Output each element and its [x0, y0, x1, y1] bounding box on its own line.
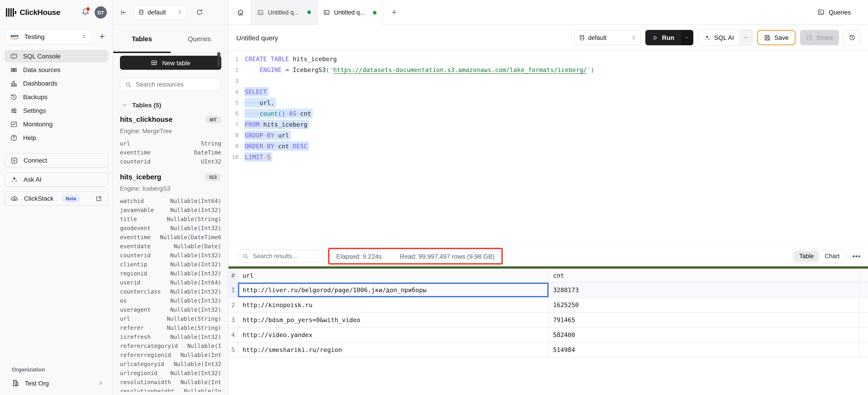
tab-queries[interactable]: Queries: [170, 25, 228, 53]
header-cnt[interactable]: cnt: [549, 269, 859, 282]
column-name: userid: [120, 278, 140, 287]
column-type: Nullable(String): [167, 323, 221, 333]
results-more-button[interactable]: •••: [852, 252, 861, 260]
editor-line-8[interactable]: 8GROUP·BY·url: [228, 130, 868, 140]
column-type: Nullable(I: [187, 342, 221, 350]
sidebar-item-settings[interactable]: Settings: [4, 104, 108, 117]
add-workspace-button[interactable]: [96, 31, 108, 43]
share-button[interactable]: Share: [800, 30, 839, 45]
line-number: 7: [228, 121, 239, 128]
column-row: eventdateNullable(Date): [120, 242, 221, 251]
notifications-button[interactable]: [82, 8, 90, 17]
search-results-input[interactable]: [252, 252, 319, 260]
url-cell[interactable]: http://liver.ru/belgorod/page/1006.jки/д…: [238, 283, 549, 297]
editor-line-6[interactable]: 6····count()·AS·cnt: [228, 108, 868, 119]
notification-dot: [86, 7, 90, 11]
url-cell[interactable]: http://kinopoisk.ru: [238, 298, 549, 312]
column-name: urlcategoryid: [120, 360, 164, 369]
url-cell[interactable]: http://video.yandex: [238, 328, 549, 342]
table-name-row[interactable]: hits_clickhouseMT: [120, 115, 221, 124]
cnt-cell[interactable]: 1625250: [549, 298, 859, 312]
avatar[interactable]: DT: [95, 6, 107, 19]
home-button[interactable]: [228, 0, 251, 25]
result-row-1[interactable]: 1http://liver.ru/belgorod/page/1006.jки/…: [228, 283, 868, 298]
toggle-table[interactable]: Table: [794, 251, 819, 262]
query-tab-1[interactable]: Untitled q...: [251, 0, 317, 25]
toggle-chart[interactable]: Chart: [819, 251, 845, 262]
tab-tables[interactable]: Tables: [113, 25, 170, 53]
sidebar-item-monitoring[interactable]: Monitoring: [4, 118, 108, 131]
main-area: Untitled q... Untitled q... Queries Unti…: [228, 0, 868, 395]
editor-line-1[interactable]: 1CREATE TABLE hits_iceberg: [228, 53, 868, 64]
table-name-row[interactable]: hits_icebergIS3: [120, 173, 221, 181]
plus-icon: [98, 33, 106, 40]
code-content: LIMIT·5: [245, 153, 273, 160]
organization-label: Organization: [12, 366, 106, 373]
editor-database-select[interactable]: default: [574, 30, 641, 45]
connect-button[interactable]: Connect: [4, 153, 108, 168]
editor-line-7[interactable]: 7FROM·hits_iceberg: [228, 119, 868, 130]
table-grid-icon: [151, 59, 158, 66]
organization-switcher[interactable]: Test Org: [6, 379, 106, 390]
header-url[interactable]: url: [238, 269, 549, 282]
ask-ai-button[interactable]: Ask AI: [4, 172, 108, 187]
run-options-button[interactable]: [681, 30, 693, 45]
code-content: GROUP·BY·url: [245, 131, 291, 139]
sql-ai-options-button[interactable]: [739, 30, 752, 45]
editor-line-2[interactable]: 2 ENGINE = IcebergS3('https://datasets-d…: [228, 64, 868, 75]
sql-editor[interactable]: 1CREATE TABLE hits_iceberg2 ENGINE = Ice…: [228, 51, 868, 246]
query-tab-2[interactable]: Untitled q...: [317, 0, 383, 25]
result-row-4[interactable]: 4http://video.yandex582400: [228, 328, 868, 342]
result-row-5[interactable]: 5http://smeshariki.ru/region514984: [228, 342, 868, 358]
result-row-3[interactable]: 3http://bdsm_po_yers=0&with_video791465: [228, 313, 868, 328]
save-button[interactable]: Save: [757, 30, 795, 45]
clickstack-button[interactable]: ClickStack Beta: [4, 191, 108, 206]
column-type: Nullable(String): [167, 215, 221, 224]
line-number: 10: [228, 153, 239, 160]
clickhouse-app: ClickHouse DT aws Testing SQL ConsoleDat…: [0, 0, 868, 395]
result-row-2[interactable]: 2http://kinopoisk.ru1625250: [228, 298, 868, 313]
run-label: Run: [662, 34, 674, 41]
cnt-cell[interactable]: 791465: [549, 313, 859, 327]
tables-group-header[interactable]: Tables (5): [120, 102, 221, 109]
editor-line-10[interactable]: 10LIMIT·5: [228, 151, 868, 162]
sidebar-item-data-sources[interactable]: Data sources: [4, 63, 108, 76]
sidebar-item-dashboards[interactable]: Dashboards: [4, 77, 108, 90]
run-button[interactable]: Run: [645, 30, 693, 45]
editor-line-5[interactable]: 5····url,: [228, 97, 868, 108]
new-table-button[interactable]: New table: [120, 56, 221, 70]
sidebar-item-sql-console[interactable]: SQL Console: [4, 50, 108, 62]
query-history-button[interactable]: [843, 30, 860, 45]
query-title[interactable]: Untitled query: [236, 34, 278, 41]
sidebar-item-label: Help: [23, 134, 36, 141]
editor-line-4[interactable]: 4SELECT: [228, 86, 868, 97]
sidebar-item-label: SQL Console: [23, 53, 61, 60]
refresh-button[interactable]: [196, 9, 203, 16]
search-resources-input[interactable]: [135, 81, 216, 88]
results-header-row: #urlcnt: [228, 269, 868, 283]
sidebar-item-help[interactable]: Help: [4, 131, 108, 144]
collapse-panel-button[interactable]: [120, 8, 127, 16]
code-content: ORDER·BY·cnt·DESC: [245, 142, 309, 149]
sparkles-icon: [704, 34, 711, 41]
table-name: hits_clickhouse: [120, 115, 173, 124]
workspace-select[interactable]: aws Testing: [5, 29, 92, 45]
column-name: counterid: [120, 157, 151, 166]
external-link-icon: [95, 195, 102, 202]
sql-ai-button[interactable]: SQL AI: [698, 29, 753, 46]
database-select[interactable]: default: [133, 5, 187, 20]
cnt-cell[interactable]: 514984: [549, 342, 859, 357]
queries-button[interactable]: Queries: [817, 0, 851, 25]
cnt-cell[interactable]: 3288173: [549, 283, 859, 297]
cnt-cell[interactable]: 582400: [549, 328, 859, 342]
sidebar-item-backups[interactable]: Backups: [4, 91, 108, 103]
editor-line-3[interactable]: 3: [228, 75, 868, 86]
url-cell[interactable]: http://smeshariki.ru/region: [238, 342, 549, 357]
scrollbar-thumb[interactable]: [217, 52, 220, 67]
url-cell[interactable]: http://bdsm_po_yers=0&with_video: [238, 313, 549, 327]
editor-line-9[interactable]: 9ORDER·BY·cnt·DESC: [228, 140, 868, 151]
terminal-icon: [817, 9, 825, 16]
sidebar-item-label: Dashboards: [23, 80, 57, 87]
share-icon: [806, 34, 812, 41]
new-query-tab-button[interactable]: [383, 0, 405, 25]
